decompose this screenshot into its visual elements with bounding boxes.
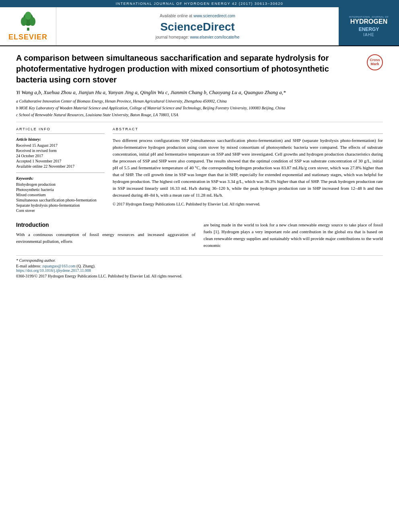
elsevier-text: ELSEVIER — [8, 33, 47, 41]
affiliations: a Collaborative Innovation Center of Bio… — [16, 98, 383, 118]
journal-header: ELSEVIER Available online at www.science… — [0, 7, 399, 46]
intro-right-text: are being made in the world to look for … — [204, 222, 383, 249]
footer-email-line: E-mail address: zquanguo@163.com (Q. Zha… — [16, 264, 383, 268]
affiliation-a: a Collaborative Innovation Center of Bio… — [16, 98, 383, 104]
elsevier-logo: ELSEVIER — [8, 11, 47, 41]
available-online-date: Available online 22 November 2017 — [16, 164, 105, 168]
journal-homepage-text: journal homepage: www.elsevier.com/locat… — [156, 35, 239, 39]
keywords-section: Keywords: Biohydrogen production Photosy… — [16, 176, 105, 213]
keyword-2: Photosynthetic bacteria — [16, 187, 105, 192]
authors-line: Yi Wang a,b, Xuehua Zhou a, Jianjun Hu a… — [16, 89, 383, 96]
keywords-divider — [16, 173, 105, 173]
article-history: Article history: Received 15 August 2017… — [16, 137, 105, 168]
sciencedirect-url[interactable]: www.sciencedirect.com — [193, 14, 235, 18]
badge-sub-text: IAHE — [349, 33, 389, 37]
journal-banner: INTERNATIONAL JOURNAL OF HYDROGEN ENERGY… — [0, 0, 399, 7]
keywords-label: Keywords: — [16, 176, 105, 181]
badge-main-text: HYDROGEN ENERGY — [349, 18, 389, 32]
crossmark-icon: CrossMark — [367, 54, 383, 70]
keyword-3: Mixed consortium — [16, 193, 105, 197]
hydrogen-energy-badge: International Journal of HYDROGEN ENERGY… — [349, 16, 389, 37]
keyword-4: Simultaneous saccharification photo-ferm… — [16, 198, 105, 202]
svg-point-4 — [25, 12, 31, 20]
main-content: A comparison between simultaneous saccha… — [0, 46, 399, 249]
elsevier-logo-section: ELSEVIER — [0, 7, 56, 45]
footer-section: * Corresponding author. E-mail address: … — [16, 255, 383, 278]
article-info-header: ARTICLE INFO — [16, 127, 105, 131]
header-center: Available online at www.sciencedirect.co… — [56, 7, 339, 45]
issn-line: 0360-3199/© 2017 Hydrogen Energy Publica… — [16, 274, 383, 278]
abstract-text: Two different process configurations SSP… — [113, 137, 383, 199]
accepted-date: Accepted 1 November 2017 — [16, 159, 105, 163]
info-abstract-columns: ARTICLE INFO Article history: Received 1… — [16, 127, 383, 214]
crossmark-badge[interactable]: CrossMark — [367, 54, 383, 70]
article-info-column: ARTICLE INFO Article history: Received 1… — [16, 127, 105, 214]
keyword-1: Biohydrogen production — [16, 182, 105, 187]
intro-left-text: With a continuous consumption of fossil … — [16, 231, 195, 245]
article-title: A comparison between simultaneous saccha… — [16, 53, 360, 85]
received-revised-date: 24 October 2017 — [16, 154, 105, 158]
article-title-section: A comparison between simultaneous saccha… — [16, 53, 383, 85]
keyword-5: Separate hydrolysis photo-fermentation — [16, 203, 105, 207]
introduction-section: Introduction With a continuous consumpti… — [16, 222, 383, 249]
affiliation-c: c School of Renewable Natural Resources,… — [16, 112, 383, 118]
svg-rect-0 — [27, 28, 29, 31]
history-label: Article history: — [16, 137, 105, 142]
intro-left-column: Introduction With a continuous consumpti… — [16, 222, 195, 249]
received-revised-label: Received in revised form — [16, 148, 105, 153]
journal-homepage-url[interactable]: www.elsevier.com/locate/he — [190, 35, 239, 39]
intro-right-column: are being made in the world to look for … — [204, 222, 383, 249]
abstract-header: ABSTRACT — [113, 127, 383, 131]
info-divider — [16, 134, 105, 134]
introduction-title: Introduction — [16, 222, 195, 228]
doi-link[interactable]: https://doi.org/10.1016/j.ijhydene.2017.… — [16, 268, 91, 273]
copyright-line: © 2017 Hydrogen Energy Publications LLC.… — [113, 201, 383, 207]
keyword-6: Corn stover — [16, 208, 105, 213]
abstract-column: ABSTRACT Two different process configura… — [113, 127, 383, 214]
corresponding-author-note: * Corresponding author. — [16, 258, 383, 263]
affiliation-b: b MOE Key Laboratory of Wooden Material … — [16, 105, 383, 111]
abstract-divider — [113, 134, 383, 134]
divider — [16, 122, 383, 122]
available-online-text: Available online at www.sciencedirect.co… — [160, 14, 235, 18]
email-suffix: (Q. Zhang). — [76, 264, 95, 268]
sciencedirect-logo: ScienceDirect — [160, 21, 234, 33]
received-date: Received 15 August 2017 — [16, 143, 105, 148]
email-label: E-mail address: — [16, 264, 41, 268]
email-link[interactable]: zquanguo@163.com — [42, 264, 76, 268]
elsevier-tree-icon — [16, 11, 40, 31]
hydrogen-energy-badge-section: International Journal of HYDROGEN ENERGY… — [339, 7, 399, 45]
